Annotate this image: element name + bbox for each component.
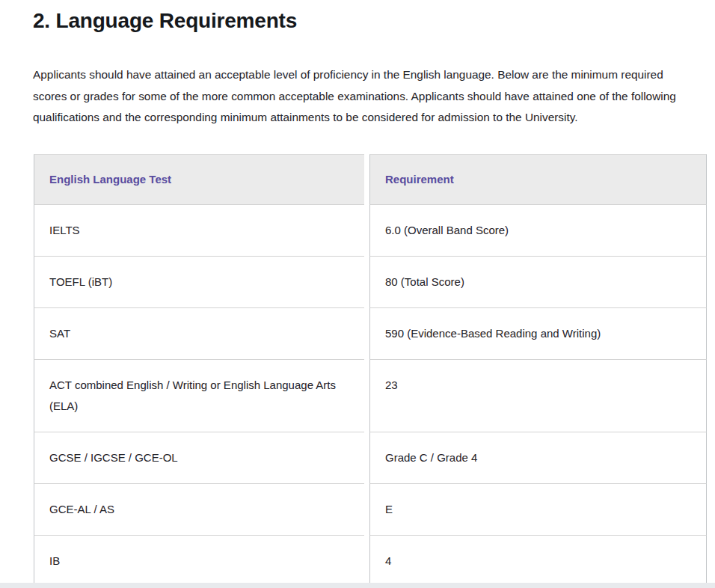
- page-bottom-strip: [0, 583, 715, 588]
- table-cell-requirement: 80 (Total Score): [369, 256, 707, 307]
- table-cell-requirement: 4: [369, 535, 707, 587]
- table-header-requirement: Requirement: [369, 154, 707, 204]
- table-cell-test: IB: [34, 535, 364, 587]
- table-cell-requirement: 590 (Evidence-Based Reading and Writing): [369, 307, 707, 359]
- table-cell-requirement: Grade C / Grade 4: [369, 432, 707, 483]
- page-title: 2. Language Requirements: [33, 9, 715, 33]
- table-cell-test: SAT: [34, 307, 364, 359]
- intro-paragraph: Applicants should have attained an accep…: [33, 64, 694, 129]
- table-cell-test: GCSE / IGCSE / GCE-OL: [34, 432, 364, 483]
- table-header-english-language-test: English Language Test: [34, 154, 364, 204]
- table-cell-test: GCE-AL / AS: [34, 483, 364, 535]
- table-cell-requirement: E: [369, 483, 707, 535]
- table-cell-requirement: 6.0 (Overall Band Score): [369, 204, 707, 256]
- table-cell-test: ACT combined English / Writing or Englis…: [34, 359, 364, 432]
- table-cell-requirement: 23: [369, 359, 707, 432]
- language-requirements-table: English Language Test Requirement IELTS …: [34, 154, 707, 587]
- language-requirements-page: 2. Language Requirements Applicants shou…: [0, 0, 715, 588]
- table-cell-test: IELTS: [34, 204, 364, 256]
- table-cell-test: TOEFL (iBT): [34, 256, 364, 307]
